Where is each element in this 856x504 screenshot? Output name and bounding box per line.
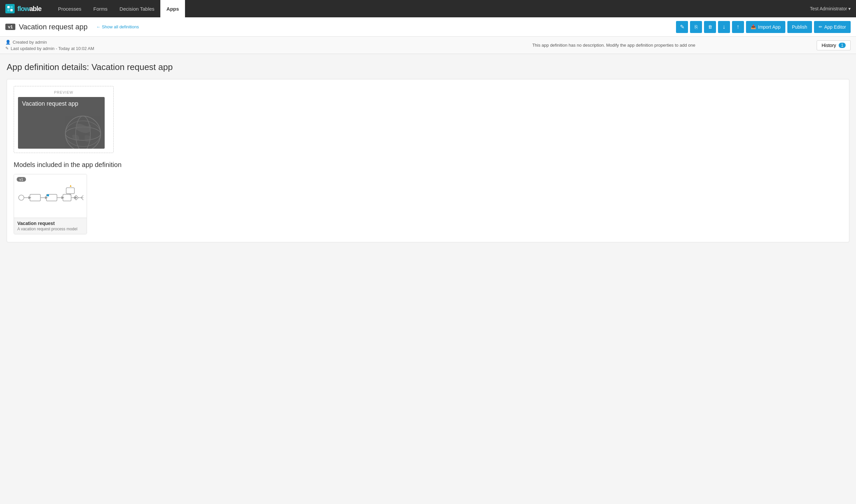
copy-button[interactable]: ⎘ [690,21,702,33]
app-editor-label: App Editor [824,24,846,30]
history-button[interactable]: History 1 [817,40,851,50]
nav-decision-tables[interactable]: Decision Tables [114,0,161,17]
svg-text:▲: ▲ [69,184,72,187]
app-title: Vacation request app [19,23,87,31]
models-heading: Models included in the app definition [14,161,842,169]
model-card[interactable]: v1 [14,174,87,234]
copy-icon: ⎘ [695,24,698,30]
upload-icon: ↑ [737,23,740,30]
nav-forms[interactable]: Forms [87,0,114,17]
models-section: Models included in the app definition v1 [14,161,842,235]
publish-button[interactable]: Publish [787,21,812,33]
brand-name: flowable [17,5,41,13]
download-button[interactable]: ↓ [718,21,730,33]
meta-description: This app definition has no description. … [411,43,817,48]
logo-icon [5,4,15,13]
history-label: History [822,43,836,48]
bpmn-diagram: ▲ [17,183,83,209]
brand[interactable]: flowable [5,4,41,13]
created-by-text: Created by admin [13,40,47,45]
download-icon: ↓ [723,23,726,30]
svg-point-8 [19,195,24,200]
pencil-small-icon: ✎ [5,46,9,51]
delete-button[interactable]: 🗑 [704,21,716,33]
svg-point-7 [65,121,101,147]
globe-icon [65,115,101,149]
publish-label: Publish [792,24,807,30]
updated-row: ✎ Last updated by admin - Today at 10:02… [5,46,411,51]
svg-rect-2 [7,9,10,11]
preview-label: PREVIEW [18,90,109,94]
upload-button[interactable]: ↑ [732,21,744,33]
trash-icon: 🗑 [708,24,712,29]
app-editor-icon: ✏ [819,24,822,29]
model-version-badge: v1 [17,177,26,182]
import-app-label: Import App [758,24,781,30]
version-badge: v1 [5,24,15,30]
svg-rect-3 [10,9,13,11]
nav-apps[interactable]: Apps [160,0,185,17]
svg-point-25 [47,194,49,196]
app-editor-button[interactable]: ✏ App Editor [814,21,851,33]
meta-bar: 👤 Created by admin ✎ Last updated by adm… [0,37,856,54]
nav-processes[interactable]: Processes [52,0,87,17]
page-title: App definition details: Vacation request… [7,62,849,72]
show-all-link[interactable]: ← Show all definitions [96,24,139,29]
user-icon: 👤 [5,40,11,45]
app-title-section: v1 Vacation request app ← Show all defin… [5,23,676,31]
header-bar: v1 Vacation request app ← Show all defin… [0,17,856,37]
toolbar: ✎ ⎘ 🗑 ↓ ↑ 📥 Import App Publish ✏ App Edi… [676,21,851,33]
main-content: App definition details: Vacation request… [0,54,856,250]
navbar: flowable Processes Forms Decision Tables… [0,0,856,17]
updated-by-text: Last updated by admin - Today at 10:02 A… [11,46,94,51]
model-info: Vacation request A vacation request proc… [14,218,87,234]
edit-button[interactable]: ✎ [676,21,688,33]
history-badge: 1 [839,43,846,48]
model-diagram: v1 [14,174,87,218]
nav-links: Processes Forms Decision Tables Apps [52,0,810,17]
preview-section: PREVIEW Vacation request app [14,86,114,153]
model-name: Vacation request [17,221,83,226]
svg-rect-10 [30,194,41,201]
import-icon: 📥 [751,24,756,29]
svg-rect-0 [7,6,10,8]
pencil-icon: ✎ [680,24,684,30]
preview-title: Vacation request app [22,100,78,107]
import-app-button[interactable]: 📥 Import App [746,21,785,33]
svg-rect-1 [10,6,13,8]
content-card: PREVIEW Vacation request app Models incl… [7,79,849,242]
preview-image: Vacation request app [18,97,105,149]
user-menu[interactable]: Test Administrator ▾ [810,6,851,11]
model-description: A vacation request process model [17,227,83,231]
svg-rect-20 [66,188,75,194]
created-row: 👤 Created by admin [5,40,411,45]
meta-info: 👤 Created by admin ✎ Last updated by adm… [5,40,411,51]
